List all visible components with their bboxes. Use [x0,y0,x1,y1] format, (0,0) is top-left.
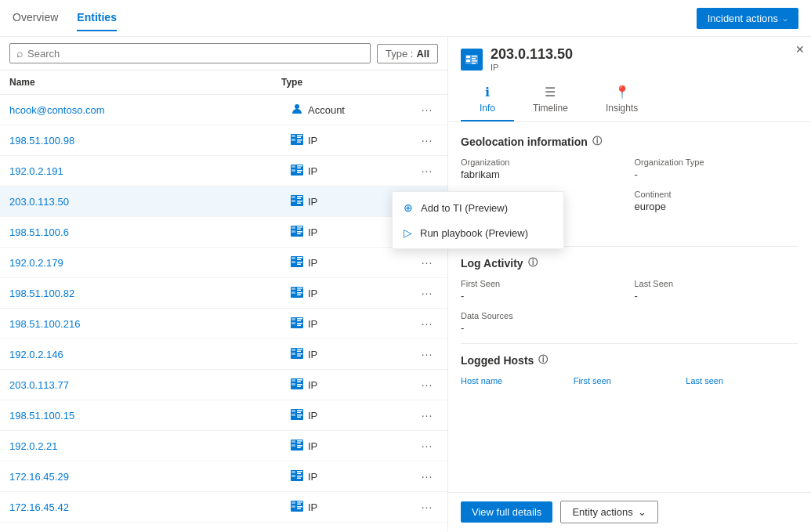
add-to-ti-icon: ⊕ [404,201,413,214]
entity-name: 198.51.100.98 [9,135,291,147]
svg-rect-88 [297,503,301,505]
entity-type-cell: IP [291,134,416,147]
table-row[interactable]: 198.51.100.216 IP··· [0,309,447,339]
row-actions-button[interactable]: ··· [416,314,438,333]
entity-type-label: IP [308,471,317,483]
ellipsis-icon: ··· [422,165,433,177]
top-nav: Overview Entities Incident actions ⌵ [0,0,811,37]
tab-timeline[interactable]: ☰ Timeline [514,78,587,121]
ellipsis-icon: ··· [422,440,433,452]
logged-hosts-title: Logged Hosts ⓘ [461,353,798,367]
view-full-details-button[interactable]: View full details [461,501,552,523]
table-row[interactable]: 198.51.100.6 IP··· [0,217,447,248]
svg-rect-59 [297,379,302,381]
ip-icon [291,195,303,208]
table-row[interactable]: 192.0.2.179 IP··· [0,248,447,278]
svg-rect-20 [297,201,302,202]
table-row[interactable]: 192.0.2.21 IP··· [0,431,447,461]
right-footer: View full details Entity actions ⌄ [448,492,811,531]
log-activity-info-icon[interactable]: ⓘ [528,256,538,270]
incident-actions-button[interactable]: Incident actions ⌵ [697,8,798,29]
row-actions-button[interactable]: ··· [416,498,438,516]
tab-overview[interactable]: Overview [13,5,58,31]
row-actions-button[interactable]: ··· [416,131,438,150]
svg-rect-45 [297,318,302,320]
entity-type-cell: IP [291,165,416,178]
row-actions-button[interactable]: ··· [416,345,438,364]
table-row[interactable]: hcook@contoso.com Account··· [0,95,447,125]
entity-actions-button[interactable]: Entity actions ⌄ [560,501,657,523]
entity-type-label: IP [308,135,317,147]
row-actions-button[interactable]: ··· [416,284,438,302]
entity-type-cell: IP [291,378,416,392]
svg-rect-5 [291,139,295,141]
table-row[interactable]: 192.0.2.146 IP··· [0,339,447,370]
table-row[interactable]: 10.0.161.135 IP··· [0,523,447,531]
svg-rect-40 [291,291,295,294]
tab-insights[interactable]: 📍 Insights [587,78,657,121]
row-actions-button[interactable]: ··· [416,375,438,394]
svg-rect-42 [297,294,301,295]
svg-rect-76 [297,445,302,447]
entity-type-label: IP [308,349,317,360]
svg-rect-77 [297,447,301,448]
svg-rect-55 [297,353,302,355]
row-actions-button[interactable]: ··· [416,100,438,119]
tab-entities[interactable]: Entities [77,5,117,31]
entity-type-label: IP [308,165,317,177]
col-type-header: Type [281,77,407,88]
svg-rect-35 [297,263,301,265]
ip-icon [291,165,303,178]
table-row[interactable]: 198.51.100.98 IP··· [0,125,447,156]
ip-icon [291,348,303,361]
context-menu-item[interactable]: ▷Run playbook (Preview) [393,220,563,245]
svg-point-0 [295,104,299,109]
table-header: Name Type [0,71,447,95]
table-row[interactable]: 198.51.100.82 IP··· [0,278,447,309]
entity-name: 192.0.2.21 [9,440,291,452]
table-row[interactable]: 203.0.113.50 IP··· [0,186,447,217]
table-row[interactable]: 192.0.2.191 IP··· [0,156,447,186]
context-menu-item[interactable]: ⊕Add to TI (Preview) [393,195,563,220]
row-actions-button[interactable]: ··· [416,161,438,180]
geolocation-title: Geolocation information ⓘ [461,135,798,148]
svg-rect-33 [291,261,295,263]
entity-type-label: IP [308,318,317,330]
entity-name: 198.51.100.82 [9,288,291,299]
svg-rect-70 [297,416,301,418]
table-row[interactable]: 203.0.113.77 IP··· [0,370,447,400]
svg-rect-111 [472,60,477,62]
svg-rect-86 [291,501,295,504]
entity-type-label: IP [308,501,317,513]
logged-hosts-info-icon[interactable]: ⓘ [538,353,548,367]
table-row[interactable]: 172.16.45.29 IP··· [0,461,447,492]
svg-rect-49 [297,324,301,326]
first-seen-value: - [461,290,625,302]
geolocation-info-icon[interactable]: ⓘ [592,135,602,148]
svg-rect-91 [297,508,301,509]
entity-name: 198.51.100.6 [9,226,291,238]
ip-icon [291,134,303,147]
svg-rect-48 [297,323,302,324]
row-actions-button[interactable]: ··· [416,253,438,272]
row-actions-button[interactable]: ··· [416,528,438,531]
table-row[interactable]: 172.16.45.42 IP··· [0,492,447,523]
right-panel: ✕ 203.0.113.50 IP ℹ [448,37,811,531]
type-filter[interactable]: Type : All [377,44,438,63]
svg-rect-2 [291,135,295,137]
close-button[interactable]: ✕ [795,43,805,56]
svg-rect-18 [297,197,301,199]
chevron-down-icon: ⌵ [783,14,787,23]
row-actions-button[interactable]: ··· [416,436,438,455]
search-input[interactable] [27,48,364,60]
entity-type-label: IP [308,226,317,238]
tab-info[interactable]: ℹ Info [461,78,514,121]
entity-type-label: IP [308,257,317,269]
entity-name: 192.0.2.179 [9,257,291,269]
ip-icon [291,378,303,392]
svg-rect-60 [297,381,301,382]
row-actions-button[interactable]: ··· [416,406,438,425]
svg-rect-82 [291,475,295,477]
row-actions-button[interactable]: ··· [416,467,438,486]
table-row[interactable]: 198.51.100.15 IP··· [0,400,447,431]
